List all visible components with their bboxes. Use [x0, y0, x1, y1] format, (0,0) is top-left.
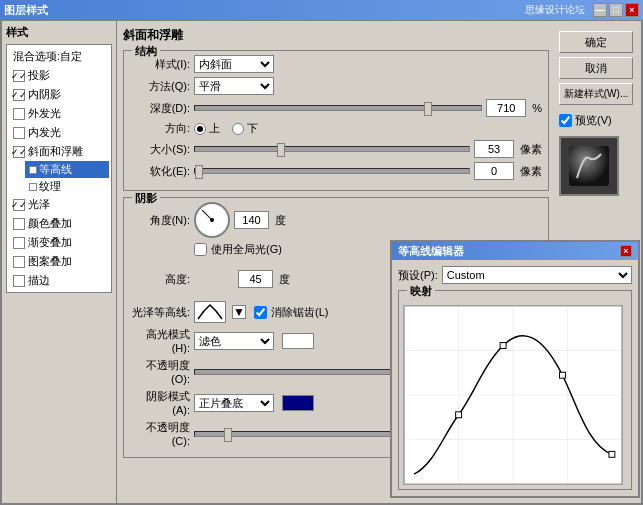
- contour-preview[interactable]: [194, 301, 226, 323]
- contour-preset-label: 预设(P):: [398, 268, 438, 283]
- pattern-overlay-checkbox[interactable]: [13, 256, 25, 268]
- direction-down-option[interactable]: 下: [232, 121, 258, 136]
- contour-body: 预设(P): Custom 映射: [392, 260, 638, 496]
- sidebar-item-inner-glow[interactable]: 内发光: [9, 123, 109, 142]
- bevel-checkbox[interactable]: ✓: [13, 146, 25, 158]
- blend-options-item[interactable]: 混合选项:自定: [9, 47, 109, 66]
- depth-input[interactable]: 710: [486, 99, 526, 117]
- shadow-color-swatch[interactable]: [282, 395, 314, 411]
- pattern-overlay-label: 图案叠加: [28, 254, 72, 269]
- sidebar-title: 样式: [6, 25, 112, 40]
- dial-hand: [202, 210, 213, 221]
- direction-up-radio[interactable]: [194, 123, 206, 135]
- site-label: 思缘设计论坛: [525, 3, 585, 17]
- contour-label: 光泽等高线:: [130, 305, 190, 320]
- method-select[interactable]: 平滑: [194, 77, 274, 95]
- svg-rect-9: [500, 343, 506, 349]
- highlight-color-swatch[interactable]: [282, 333, 314, 349]
- shadow-opacity-thumb[interactable]: [224, 428, 232, 442]
- global-light-checkbox[interactable]: [194, 243, 207, 256]
- depth-label: 深度(D):: [130, 101, 190, 116]
- sidebar-item-drop-shadow[interactable]: ✓ 投影: [9, 66, 109, 85]
- size-label: 大小(S):: [130, 142, 190, 157]
- contour-preview-svg: [196, 303, 224, 321]
- contour-label: 等高线: [39, 162, 72, 177]
- svg-rect-11: [609, 451, 615, 457]
- preview-checkbox-row: 预览(V): [559, 113, 631, 128]
- altitude-input[interactable]: [238, 270, 273, 288]
- contour-preset-select[interactable]: Custom: [442, 266, 632, 284]
- soften-unit: 像素: [520, 164, 542, 179]
- size-slider[interactable]: [194, 146, 470, 152]
- anti-alias-checkbox[interactable]: [254, 306, 267, 319]
- altitude-label: 高度:: [130, 272, 190, 287]
- close-button[interactable]: ×: [625, 3, 639, 17]
- global-light-label: 使用全局光(G): [211, 242, 282, 257]
- bevel-label: 斜面和浮雕: [28, 144, 83, 159]
- preview-checkbox[interactable]: [559, 114, 572, 127]
- highlight-opacity-label: 不透明度(O):: [130, 358, 190, 385]
- new-style-button[interactable]: 新建样式(W)...: [559, 83, 633, 105]
- mapping-group-label: 映射: [407, 284, 435, 299]
- satin-checkbox[interactable]: ✓: [13, 199, 25, 211]
- anti-alias-label: 消除锯齿(L): [271, 305, 328, 320]
- size-input[interactable]: 53: [474, 140, 514, 158]
- inner-shadow-label: 内阴影: [28, 87, 61, 102]
- cancel-button[interactable]: 取消: [559, 57, 633, 79]
- soften-slider-thumb[interactable]: [195, 165, 203, 179]
- size-row: 大小(S): 53 像素: [130, 140, 542, 158]
- sidebar-item-outer-glow[interactable]: 外发光: [9, 104, 109, 123]
- style-select[interactable]: 内斜面: [194, 55, 274, 73]
- inner-glow-checkbox[interactable]: [13, 127, 25, 139]
- minimize-button[interactable]: —: [593, 3, 607, 17]
- sidebar-item-stroke[interactable]: 描边: [9, 271, 109, 290]
- soften-slider-container: [194, 165, 470, 177]
- depth-slider[interactable]: [194, 105, 482, 111]
- direction-up-label: 上: [209, 121, 220, 136]
- angle-unit: 度: [275, 213, 286, 228]
- altitude-spacer: [194, 261, 230, 297]
- contour-editor-title: 等高线编辑器 ×: [392, 242, 638, 260]
- soften-slider[interactable]: [194, 168, 470, 174]
- drop-shadow-label: 投影: [28, 68, 50, 83]
- direction-up-option[interactable]: 上: [194, 121, 220, 136]
- preview-svg: [569, 146, 609, 186]
- depth-slider-thumb[interactable]: [424, 102, 432, 116]
- shadow-mode-select[interactable]: 正片叠底: [194, 394, 274, 412]
- bevel-section-title: 斜面和浮雕: [123, 27, 549, 44]
- maximize-button[interactable]: □: [609, 3, 623, 17]
- highlight-mode-select[interactable]: 滤色: [194, 332, 274, 350]
- sidebar-item-inner-shadow[interactable]: ✓ 内阴影: [9, 85, 109, 104]
- angle-dial[interactable]: [194, 202, 230, 238]
- gradient-overlay-checkbox[interactable]: [13, 237, 25, 249]
- size-slider-thumb[interactable]: [277, 143, 285, 157]
- drop-shadow-checkbox[interactable]: ✓: [13, 70, 25, 82]
- sidebar-item-texture[interactable]: 纹理: [25, 178, 109, 195]
- color-overlay-checkbox[interactable]: [13, 218, 25, 230]
- direction-down-label: 下: [247, 121, 258, 136]
- sidebar-item-gradient-overlay[interactable]: 渐变叠加: [9, 233, 109, 252]
- stroke-checkbox[interactable]: [13, 275, 25, 287]
- angle-label: 角度(N):: [130, 213, 190, 228]
- sidebar-item-contour[interactable]: 等高线: [25, 161, 109, 178]
- outer-glow-checkbox[interactable]: [13, 108, 25, 120]
- direction-down-radio[interactable]: [232, 123, 244, 135]
- sidebar-item-satin[interactable]: ✓ 光泽: [9, 195, 109, 214]
- soften-input[interactable]: 0: [474, 162, 514, 180]
- method-label: 方法(Q):: [130, 79, 190, 94]
- contour-dropdown-btn[interactable]: ▼: [232, 305, 246, 319]
- sidebar-item-color-overlay[interactable]: 颜色叠加: [9, 214, 109, 233]
- sidebar-item-bevel[interactable]: ✓ 斜面和浮雕: [9, 142, 109, 161]
- curve-canvas[interactable]: [403, 305, 623, 485]
- sidebar: 样式 混合选项:自定 ✓ 投影 ✓ 内阴影 外: [2, 21, 117, 503]
- inner-shadow-checkbox[interactable]: ✓: [13, 89, 25, 101]
- angle-input[interactable]: [234, 211, 269, 229]
- direction-label: 方向:: [130, 121, 190, 136]
- sidebar-item-pattern-overlay[interactable]: 图案叠加: [9, 252, 109, 271]
- depth-row: 深度(D): 710 %: [130, 99, 542, 117]
- size-slider-container: [194, 143, 470, 155]
- contour-editor-close-button[interactable]: ×: [620, 245, 632, 257]
- svg-rect-0: [569, 146, 609, 186]
- size-unit: 像素: [520, 142, 542, 157]
- ok-button[interactable]: 确定: [559, 31, 633, 53]
